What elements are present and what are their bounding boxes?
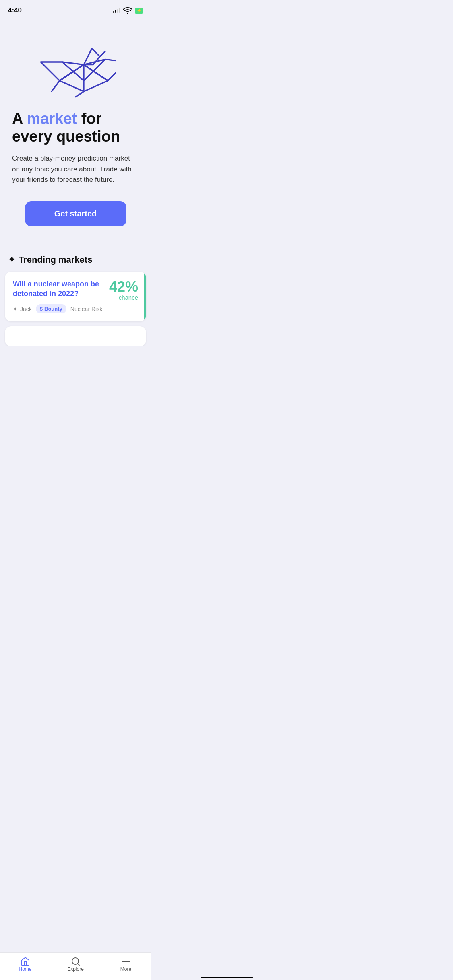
card-accent-bar bbox=[144, 272, 146, 321]
trending-label: Trending markets bbox=[19, 255, 92, 265]
author-name: Jack bbox=[20, 306, 32, 312]
status-bar: 4:40 ⚡ bbox=[0, 0, 151, 18]
bounty-icon: $ bbox=[40, 306, 43, 312]
svg-line-11 bbox=[52, 81, 60, 92]
svg-marker-3 bbox=[84, 59, 116, 80]
status-time: 4:40 bbox=[8, 6, 22, 14]
meta-author: ✦ Jack bbox=[13, 306, 32, 312]
market-category: Nuclear Risk bbox=[70, 306, 102, 312]
card-right: 42% chance bbox=[106, 280, 138, 301]
get-started-button[interactable]: Get started bbox=[25, 201, 126, 226]
market-card-partial bbox=[5, 326, 146, 346]
hero-accent-word: market bbox=[27, 110, 77, 127]
hero-headline: A market for every question bbox=[12, 110, 139, 145]
trending-section: ✦ Trending markets Will a nuclear weapon… bbox=[0, 255, 151, 346]
bounty-label: Bounty bbox=[44, 306, 62, 312]
card-left: Will a nuclear weapon be detonated in 20… bbox=[13, 280, 106, 313]
bounty-badge[interactable]: $ Bounty bbox=[36, 304, 66, 313]
origami-bird-logo bbox=[35, 26, 116, 98]
hero-section: A market for every question Create a pla… bbox=[0, 18, 151, 255]
battery-icon: ⚡ bbox=[135, 8, 143, 14]
wifi-icon bbox=[123, 6, 132, 15]
hero-description: Create a play-money prediction market on… bbox=[12, 153, 139, 185]
svg-line-8 bbox=[84, 65, 108, 81]
svg-line-12 bbox=[76, 91, 84, 97]
logo-container bbox=[12, 26, 139, 98]
status-icons: ⚡ bbox=[113, 6, 143, 15]
market-card[interactable]: Will a nuclear weapon be detonated in 20… bbox=[5, 272, 146, 321]
trending-icon: ✦ bbox=[8, 255, 15, 265]
chance-percent: 42% bbox=[109, 280, 138, 294]
chance-label: chance bbox=[119, 294, 138, 301]
market-title: Will a nuclear weapon be detonated in 20… bbox=[13, 280, 106, 299]
svg-line-5 bbox=[100, 51, 105, 56]
svg-marker-2 bbox=[41, 62, 84, 81]
svg-point-0 bbox=[127, 13, 128, 14]
signal-icon bbox=[113, 8, 120, 13]
trending-header: ✦ Trending markets bbox=[0, 255, 151, 272]
card-meta: ✦ Jack $ Bounty Nuclear Risk bbox=[13, 304, 106, 313]
author-icon: ✦ bbox=[13, 306, 18, 312]
